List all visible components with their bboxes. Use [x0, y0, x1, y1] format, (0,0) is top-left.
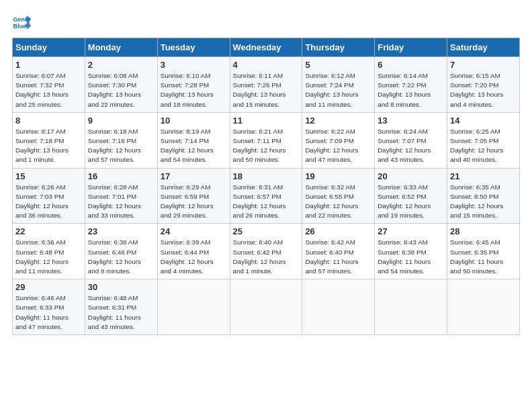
day-info: Sunrise: 6:32 AMSunset: 6:55 PMDaylight:… — [305, 183, 371, 221]
col-header-sunday: Sunday — [13, 38, 85, 57]
day-info: Sunrise: 6:10 AMSunset: 7:28 PMDaylight:… — [161, 71, 227, 109]
calendar-week-2: 15Sunrise: 6:26 AMSunset: 7:03 PMDayligh… — [13, 168, 520, 224]
day-info: Sunrise: 6:11 AMSunset: 7:26 PMDaylight:… — [233, 71, 300, 109]
day-info: Sunrise: 6:14 AMSunset: 7:22 PMDaylight:… — [378, 71, 444, 109]
day-info: Sunrise: 6:22 AMSunset: 7:09 PMDaylight:… — [305, 127, 371, 165]
calendar-cell — [447, 279, 520, 335]
day-info: Sunrise: 6:48 AMSunset: 6:31 PMDaylight:… — [88, 293, 154, 332]
day-info: Sunrise: 6:18 AMSunset: 7:16 PMDaylight:… — [88, 127, 154, 165]
day-number: 25 — [233, 226, 300, 236]
day-info: Sunrise: 6:28 AMSunset: 7:01 PMDaylight:… — [88, 183, 154, 221]
day-info: Sunrise: 6:33 AMSunset: 6:52 PMDaylight:… — [378, 183, 444, 221]
calendar-cell: 18Sunrise: 6:31 AMSunset: 6:57 PMDayligh… — [230, 168, 302, 224]
day-number: 21 — [450, 171, 517, 181]
calendar-cell — [375, 279, 447, 335]
calendar-cell: 24Sunrise: 6:39 AMSunset: 6:44 PMDayligh… — [157, 224, 230, 279]
day-number: 2 — [88, 60, 154, 70]
day-info: Sunrise: 6:26 AMSunset: 7:03 PMDaylight:… — [15, 183, 82, 221]
day-number: 14 — [450, 116, 517, 126]
day-number: 19 — [305, 171, 371, 181]
calendar-cell — [230, 279, 302, 335]
day-info: Sunrise: 6:35 AMSunset: 6:50 PMDaylight:… — [450, 183, 517, 221]
calendar-cell: 4Sunrise: 6:11 AMSunset: 7:26 PMDaylight… — [230, 57, 302, 113]
day-info: Sunrise: 6:43 AMSunset: 6:38 PMDaylight:… — [378, 238, 444, 276]
col-header-friday: Friday — [375, 38, 447, 57]
calendar-cell: 21Sunrise: 6:35 AMSunset: 6:50 PMDayligh… — [447, 168, 520, 224]
day-number: 12 — [305, 116, 371, 126]
calendar-cell: 23Sunrise: 6:38 AMSunset: 6:46 PMDayligh… — [85, 224, 157, 279]
calendar-cell: 5Sunrise: 6:12 AMSunset: 7:24 PMDaylight… — [302, 57, 375, 113]
day-number: 4 — [233, 60, 300, 70]
calendar-cell: 14Sunrise: 6:25 AMSunset: 7:05 PMDayligh… — [447, 112, 520, 168]
day-number: 20 — [378, 171, 444, 181]
day-info: Sunrise: 6:36 AMSunset: 6:48 PMDaylight:… — [15, 238, 82, 276]
day-info: Sunrise: 6:45 AMSunset: 6:35 PMDaylight:… — [450, 238, 517, 276]
day-info: Sunrise: 6:21 AMSunset: 7:11 PMDaylight:… — [233, 127, 300, 165]
calendar-cell: 10Sunrise: 6:19 AMSunset: 7:14 PMDayligh… — [157, 112, 230, 168]
day-info: Sunrise: 6:46 AMSunset: 6:33 PMDaylight:… — [15, 293, 82, 332]
calendar-cell — [302, 279, 375, 335]
col-header-tuesday: Tuesday — [157, 38, 230, 57]
day-number: 26 — [305, 226, 371, 236]
day-info: Sunrise: 6:39 AMSunset: 6:44 PMDaylight:… — [161, 238, 227, 276]
day-info: Sunrise: 6:07 AMSunset: 7:32 PMDaylight:… — [15, 71, 82, 109]
day-number: 9 — [88, 116, 154, 126]
calendar-cell: 30Sunrise: 6:48 AMSunset: 6:31 PMDayligh… — [85, 279, 157, 335]
header: General Blue — [12, 12, 520, 31]
day-info: Sunrise: 6:31 AMSunset: 6:57 PMDaylight:… — [233, 183, 300, 221]
calendar-cell: 1Sunrise: 6:07 AMSunset: 7:32 PMDaylight… — [13, 57, 85, 113]
calendar-cell: 27Sunrise: 6:43 AMSunset: 6:38 PMDayligh… — [375, 224, 447, 279]
svg-text:Blue: Blue — [13, 23, 26, 30]
calendar-cell: 28Sunrise: 6:45 AMSunset: 6:35 PMDayligh… — [447, 224, 520, 279]
calendar-cell: 8Sunrise: 6:17 AMSunset: 7:18 PMDaylight… — [13, 112, 85, 168]
day-number: 6 — [378, 60, 444, 70]
day-info: Sunrise: 6:24 AMSunset: 7:07 PMDaylight:… — [378, 127, 444, 165]
day-number: 24 — [161, 226, 227, 236]
day-info: Sunrise: 6:29 AMSunset: 6:59 PMDaylight:… — [161, 183, 227, 221]
logo-icon: General Blue — [12, 12, 31, 31]
day-number: 1 — [15, 60, 82, 70]
calendar-cell — [157, 279, 230, 335]
calendar-cell: 2Sunrise: 6:08 AMSunset: 7:30 PMDaylight… — [85, 57, 157, 113]
calendar-cell: 17Sunrise: 6:29 AMSunset: 6:59 PMDayligh… — [157, 168, 230, 224]
calendar-header-row: SundayMondayTuesdayWednesdayThursdayFrid… — [13, 38, 520, 57]
calendar-cell: 22Sunrise: 6:36 AMSunset: 6:48 PMDayligh… — [13, 224, 85, 279]
calendar-cell: 26Sunrise: 6:42 AMSunset: 6:40 PMDayligh… — [302, 224, 375, 279]
day-number: 5 — [305, 60, 371, 70]
day-number: 27 — [378, 226, 444, 236]
page: General Blue SundayMondayTuesdayWednesda… — [0, 0, 532, 342]
day-number: 11 — [233, 116, 300, 126]
day-info: Sunrise: 6:19 AMSunset: 7:14 PMDaylight:… — [161, 127, 227, 165]
day-info: Sunrise: 6:08 AMSunset: 7:30 PMDaylight:… — [88, 71, 154, 109]
calendar-cell: 3Sunrise: 6:10 AMSunset: 7:28 PMDaylight… — [157, 57, 230, 113]
col-header-wednesday: Wednesday — [230, 38, 302, 57]
calendar-cell: 11Sunrise: 6:21 AMSunset: 7:11 PMDayligh… — [230, 112, 302, 168]
day-info: Sunrise: 6:17 AMSunset: 7:18 PMDaylight:… — [15, 127, 82, 165]
calendar-table: SundayMondayTuesdayWednesdayThursdayFrid… — [12, 38, 520, 335]
day-number: 22 — [15, 226, 82, 236]
day-number: 23 — [88, 226, 154, 236]
logo: General Blue — [12, 12, 35, 31]
day-number: 8 — [15, 116, 82, 126]
day-number: 18 — [233, 171, 300, 181]
calendar-cell: 16Sunrise: 6:28 AMSunset: 7:01 PMDayligh… — [85, 168, 157, 224]
day-number: 16 — [88, 171, 154, 181]
day-number: 13 — [378, 116, 444, 126]
day-info: Sunrise: 6:38 AMSunset: 6:46 PMDaylight:… — [88, 238, 154, 276]
day-number: 30 — [88, 282, 154, 292]
col-header-saturday: Saturday — [447, 38, 520, 57]
day-number: 17 — [161, 171, 227, 181]
day-info: Sunrise: 6:40 AMSunset: 6:42 PMDaylight:… — [233, 238, 300, 276]
calendar-cell: 29Sunrise: 6:46 AMSunset: 6:33 PMDayligh… — [13, 279, 85, 335]
calendar-cell: 12Sunrise: 6:22 AMSunset: 7:09 PMDayligh… — [302, 112, 375, 168]
day-number: 10 — [161, 116, 227, 126]
day-info: Sunrise: 6:15 AMSunset: 7:20 PMDaylight:… — [450, 71, 517, 109]
calendar-cell: 9Sunrise: 6:18 AMSunset: 7:16 PMDaylight… — [85, 112, 157, 168]
calendar-week-1: 8Sunrise: 6:17 AMSunset: 7:18 PMDaylight… — [13, 112, 520, 168]
day-number: 7 — [450, 60, 517, 70]
calendar-week-4: 29Sunrise: 6:46 AMSunset: 6:33 PMDayligh… — [13, 279, 520, 335]
day-number: 29 — [15, 282, 82, 292]
calendar-week-3: 22Sunrise: 6:36 AMSunset: 6:48 PMDayligh… — [13, 224, 520, 279]
day-number: 15 — [15, 171, 82, 181]
calendar-cell: 7Sunrise: 6:15 AMSunset: 7:20 PMDaylight… — [447, 57, 520, 113]
